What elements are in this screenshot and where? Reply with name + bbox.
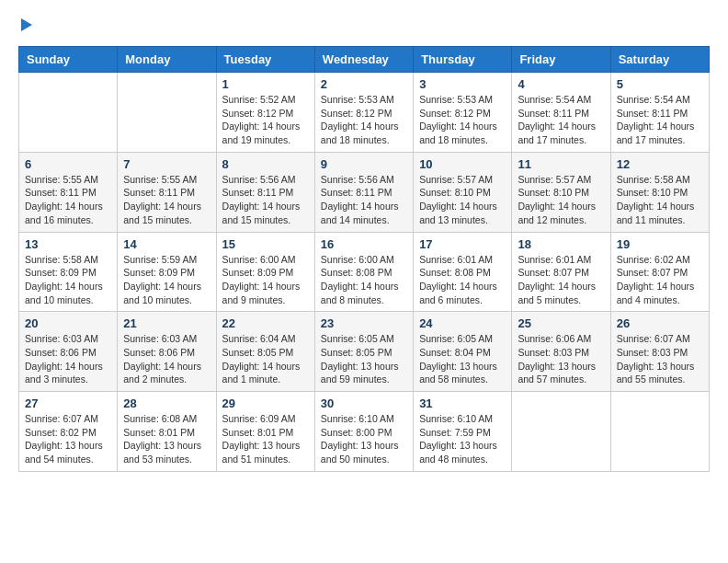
page-header xyxy=(18,18,710,31)
day-number: 5 xyxy=(617,77,703,91)
day-number: 15 xyxy=(222,237,309,251)
calendar-cell: 5Sunrise: 5:54 AM Sunset: 8:11 PM Daylig… xyxy=(610,73,709,153)
day-number: 9 xyxy=(321,157,407,171)
day-number: 26 xyxy=(617,316,703,330)
day-info: Sunrise: 5:57 AM Sunset: 8:10 PM Dayligh… xyxy=(518,173,604,227)
calendar-cell: 21Sunrise: 6:03 AM Sunset: 8:06 PM Dayli… xyxy=(118,312,216,392)
calendar-cell: 27Sunrise: 6:07 AM Sunset: 8:02 PM Dayli… xyxy=(19,392,118,472)
calendar-cell: 29Sunrise: 6:09 AM Sunset: 8:01 PM Dayli… xyxy=(216,392,314,472)
calendar-cell: 12Sunrise: 5:58 AM Sunset: 8:10 PM Dayli… xyxy=(610,152,709,232)
calendar-cell: 11Sunrise: 5:57 AM Sunset: 8:10 PM Dayli… xyxy=(512,152,610,232)
day-number: 7 xyxy=(123,157,210,171)
day-number: 17 xyxy=(419,237,506,251)
day-info: Sunrise: 6:09 AM Sunset: 8:01 PM Dayligh… xyxy=(222,412,309,466)
day-info: Sunrise: 6:01 AM Sunset: 8:07 PM Dayligh… xyxy=(518,253,604,307)
day-info: Sunrise: 6:08 AM Sunset: 8:01 PM Dayligh… xyxy=(123,412,210,466)
logo xyxy=(18,18,32,31)
calendar-cell: 30Sunrise: 6:10 AM Sunset: 8:00 PM Dayli… xyxy=(314,392,413,472)
day-info: Sunrise: 6:07 AM Sunset: 8:03 PM Dayligh… xyxy=(617,332,703,386)
calendar-cell: 3Sunrise: 5:53 AM Sunset: 8:12 PM Daylig… xyxy=(414,73,512,153)
day-info: Sunrise: 5:55 AM Sunset: 8:11 PM Dayligh… xyxy=(123,173,210,227)
calendar-header-row: SundayMondayTuesdayWednesdayThursdayFrid… xyxy=(19,47,710,73)
calendar-cell: 14Sunrise: 5:59 AM Sunset: 8:09 PM Dayli… xyxy=(118,232,216,312)
calendar-cell xyxy=(512,392,610,472)
day-info: Sunrise: 6:07 AM Sunset: 8:02 PM Dayligh… xyxy=(25,412,111,466)
day-number: 23 xyxy=(321,316,407,330)
weekday-header: Saturday xyxy=(610,47,709,73)
calendar-week-row: 6Sunrise: 5:55 AM Sunset: 8:11 PM Daylig… xyxy=(19,152,710,232)
calendar-cell: 13Sunrise: 5:58 AM Sunset: 8:09 PM Dayli… xyxy=(19,232,118,312)
day-info: Sunrise: 5:56 AM Sunset: 8:11 PM Dayligh… xyxy=(222,173,309,227)
calendar-cell: 20Sunrise: 6:03 AM Sunset: 8:06 PM Dayli… xyxy=(19,312,118,392)
calendar-cell: 17Sunrise: 6:01 AM Sunset: 8:08 PM Dayli… xyxy=(414,232,512,312)
day-number: 19 xyxy=(617,237,703,251)
day-info: Sunrise: 6:00 AM Sunset: 8:08 PM Dayligh… xyxy=(321,253,407,307)
day-number: 22 xyxy=(222,316,309,330)
day-info: Sunrise: 6:05 AM Sunset: 8:05 PM Dayligh… xyxy=(321,332,407,386)
calendar-cell: 18Sunrise: 6:01 AM Sunset: 8:07 PM Dayli… xyxy=(512,232,610,312)
day-info: Sunrise: 5:58 AM Sunset: 8:10 PM Dayligh… xyxy=(617,173,703,227)
calendar-cell: 4Sunrise: 5:54 AM Sunset: 8:11 PM Daylig… xyxy=(512,73,610,153)
day-info: Sunrise: 5:54 AM Sunset: 8:11 PM Dayligh… xyxy=(617,93,703,147)
day-info: Sunrise: 5:56 AM Sunset: 8:11 PM Dayligh… xyxy=(321,173,407,227)
calendar-cell: 23Sunrise: 6:05 AM Sunset: 8:05 PM Dayli… xyxy=(314,312,413,392)
day-info: Sunrise: 6:04 AM Sunset: 8:05 PM Dayligh… xyxy=(222,332,309,386)
weekday-header: Thursday xyxy=(414,47,512,73)
day-number: 20 xyxy=(25,316,111,330)
day-info: Sunrise: 6:10 AM Sunset: 8:00 PM Dayligh… xyxy=(321,412,407,466)
day-number: 24 xyxy=(419,316,506,330)
calendar-cell: 7Sunrise: 5:55 AM Sunset: 8:11 PM Daylig… xyxy=(118,152,216,232)
calendar-cell xyxy=(118,73,216,153)
calendar-cell: 22Sunrise: 6:04 AM Sunset: 8:05 PM Dayli… xyxy=(216,312,314,392)
calendar-cell: 2Sunrise: 5:53 AM Sunset: 8:12 PM Daylig… xyxy=(314,73,413,153)
calendar-cell xyxy=(19,73,118,153)
day-info: Sunrise: 5:58 AM Sunset: 8:09 PM Dayligh… xyxy=(25,253,111,307)
day-number: 28 xyxy=(123,396,210,410)
day-number: 30 xyxy=(321,396,407,410)
day-info: Sunrise: 6:00 AM Sunset: 8:09 PM Dayligh… xyxy=(222,253,309,307)
calendar-cell: 15Sunrise: 6:00 AM Sunset: 8:09 PM Dayli… xyxy=(216,232,314,312)
calendar-cell xyxy=(610,392,709,472)
calendar-cell: 31Sunrise: 6:10 AM Sunset: 7:59 PM Dayli… xyxy=(414,392,512,472)
day-info: Sunrise: 6:02 AM Sunset: 8:07 PM Dayligh… xyxy=(617,253,703,307)
weekday-header: Friday xyxy=(512,47,610,73)
day-number: 16 xyxy=(321,237,407,251)
day-number: 21 xyxy=(123,316,210,330)
day-info: Sunrise: 5:57 AM Sunset: 8:10 PM Dayligh… xyxy=(419,173,506,227)
calendar-cell: 9Sunrise: 5:56 AM Sunset: 8:11 PM Daylig… xyxy=(314,152,413,232)
calendar-cell: 10Sunrise: 5:57 AM Sunset: 8:10 PM Dayli… xyxy=(414,152,512,232)
day-number: 8 xyxy=(222,157,309,171)
calendar-cell: 26Sunrise: 6:07 AM Sunset: 8:03 PM Dayli… xyxy=(610,312,709,392)
calendar-cell: 28Sunrise: 6:08 AM Sunset: 8:01 PM Dayli… xyxy=(118,392,216,472)
calendar-cell: 25Sunrise: 6:06 AM Sunset: 8:03 PM Dayli… xyxy=(512,312,610,392)
day-info: Sunrise: 5:53 AM Sunset: 8:12 PM Dayligh… xyxy=(321,93,407,147)
day-number: 2 xyxy=(321,77,407,91)
day-info: Sunrise: 6:05 AM Sunset: 8:04 PM Dayligh… xyxy=(419,332,506,386)
logo-arrow-icon xyxy=(21,18,32,31)
weekday-header: Wednesday xyxy=(314,47,413,73)
day-number: 10 xyxy=(419,157,506,171)
day-number: 31 xyxy=(419,396,506,410)
calendar-cell: 8Sunrise: 5:56 AM Sunset: 8:11 PM Daylig… xyxy=(216,152,314,232)
day-info: Sunrise: 6:03 AM Sunset: 8:06 PM Dayligh… xyxy=(25,332,111,386)
weekday-header: Tuesday xyxy=(216,47,314,73)
calendar-cell: 16Sunrise: 6:00 AM Sunset: 8:08 PM Dayli… xyxy=(314,232,413,312)
calendar-table: SundayMondayTuesdayWednesdayThursdayFrid… xyxy=(18,46,710,472)
day-info: Sunrise: 6:10 AM Sunset: 7:59 PM Dayligh… xyxy=(419,412,506,466)
calendar-week-row: 27Sunrise: 6:07 AM Sunset: 8:02 PM Dayli… xyxy=(19,392,710,472)
calendar-week-row: 13Sunrise: 5:58 AM Sunset: 8:09 PM Dayli… xyxy=(19,232,710,312)
day-number: 13 xyxy=(25,237,111,251)
weekday-header: Sunday xyxy=(19,47,118,73)
day-number: 14 xyxy=(123,237,210,251)
calendar-week-row: 20Sunrise: 6:03 AM Sunset: 8:06 PM Dayli… xyxy=(19,312,710,392)
day-number: 1 xyxy=(222,77,309,91)
calendar-cell: 24Sunrise: 6:05 AM Sunset: 8:04 PM Dayli… xyxy=(414,312,512,392)
day-info: Sunrise: 6:01 AM Sunset: 8:08 PM Dayligh… xyxy=(419,253,506,307)
day-info: Sunrise: 6:06 AM Sunset: 8:03 PM Dayligh… xyxy=(518,332,604,386)
day-info: Sunrise: 5:52 AM Sunset: 8:12 PM Dayligh… xyxy=(222,93,309,147)
day-number: 18 xyxy=(518,237,604,251)
day-number: 4 xyxy=(518,77,604,91)
day-number: 11 xyxy=(518,157,604,171)
day-info: Sunrise: 5:54 AM Sunset: 8:11 PM Dayligh… xyxy=(518,93,604,147)
calendar-cell: 1Sunrise: 5:52 AM Sunset: 8:12 PM Daylig… xyxy=(216,73,314,153)
